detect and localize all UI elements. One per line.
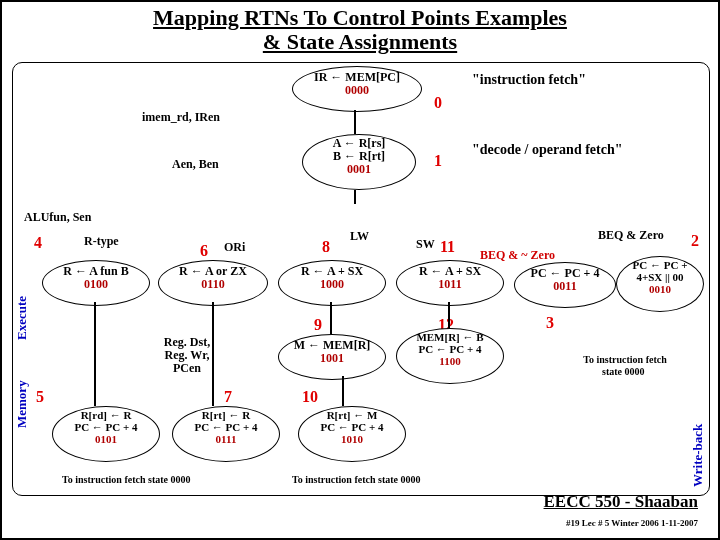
state-12: MEM[R] ← B PC ← PC + 4 1100 xyxy=(396,328,504,384)
s4-num: 4 xyxy=(34,234,42,252)
arrow-0-1 xyxy=(354,110,356,134)
branch-beqnzero: BEQ & ~ Zero xyxy=(480,248,555,263)
s1-l3: 0001 xyxy=(303,163,415,176)
state-10: R[rt] ← M PC ← PC + 4 1010 xyxy=(298,406,406,462)
s10-num: 10 xyxy=(302,388,318,406)
title-line1: Mapping RTNs To Control Points Examples xyxy=(153,5,567,30)
phase-writeback: Write-back xyxy=(690,397,706,487)
slide-title: Mapping RTNs To Control Points Examples … xyxy=(2,6,718,54)
s12-l3: 1100 xyxy=(397,355,503,367)
s7-l3: 0111 xyxy=(173,433,279,445)
s2-l3: 0010 xyxy=(617,283,703,295)
s2-l1: PC ← PC + xyxy=(617,259,703,271)
phase-decode: "decode / operand fetch" xyxy=(472,142,622,158)
s11-l2: 1011 xyxy=(397,278,503,291)
phase-memory: Memory xyxy=(14,352,30,428)
s3pc4-l2: 0011 xyxy=(515,280,615,293)
s5-l1: R[rd] ← R xyxy=(53,409,159,421)
phase-execute: Execute xyxy=(14,264,30,340)
state-1: A ← R[rs] B ← R[rt] 0001 xyxy=(302,134,416,190)
s11-num: 11 xyxy=(440,238,455,256)
footer-meta: #19 Lec # 5 Winter 2006 1-11-2007 xyxy=(566,518,698,528)
s12-l1: MEM[R] ← B xyxy=(397,331,503,343)
state-6: R ← A or ZX 0110 xyxy=(158,260,268,306)
phase-fetch: "instruction fetch" xyxy=(472,72,586,88)
s6-l2: 0110 xyxy=(159,278,267,291)
state-11: R ← A + SX 1011 xyxy=(396,260,504,306)
branch-rtype: R-type xyxy=(84,234,119,249)
slide-frame: Mapping RTNs To Control Points Examples … xyxy=(0,0,720,540)
arrow-9-10 xyxy=(342,376,344,406)
s5-num: 5 xyxy=(36,388,44,406)
s7-l1: R[rt] ← R xyxy=(173,409,279,421)
state-8: R ← A + SX 1000 xyxy=(278,260,386,306)
arrow-8-9 xyxy=(330,302,332,334)
tofetch-3b: state 0000 xyxy=(602,366,645,377)
state-7: R[rt] ← R PC ← PC + 4 0111 xyxy=(172,406,280,462)
s12-l2: PC ← PC + 4 xyxy=(397,343,503,355)
state-3pc4: PC ← PC + 4 0011 xyxy=(514,262,616,308)
s5-l2: PC ← PC + 4 xyxy=(53,421,159,433)
s6-num: 6 xyxy=(200,242,208,260)
s1-num: 1 xyxy=(434,152,442,170)
s0-l2: 0000 xyxy=(293,84,421,97)
sig-aen: Aen, Ben xyxy=(172,157,219,172)
tofetch-2: To instruction fetch state 0000 xyxy=(292,474,421,485)
footer-course: EECC 550 - Shaaban xyxy=(544,492,698,512)
title-line2: & State Assignments xyxy=(263,29,457,54)
state-5: R[rd] ← R PC ← PC + 4 0101 xyxy=(52,406,160,462)
s2-l2: 4+SX || 00 xyxy=(617,271,703,283)
arrow-4-5 xyxy=(94,302,96,406)
arrow-1-fanout xyxy=(354,190,356,204)
state-0: IR ← MEM[PC] 0000 xyxy=(292,66,422,112)
s9-l2: 1001 xyxy=(279,352,385,365)
branch-sw: SW xyxy=(416,237,435,252)
tofetch-1: To instruction fetch state 0000 xyxy=(62,474,191,485)
sig-alufun: ALUfun, Sen xyxy=(24,210,91,225)
state-2: PC ← PC + 4+SX || 00 0010 xyxy=(616,256,704,312)
s9-num: 9 xyxy=(314,316,322,334)
s2-num: 2 xyxy=(691,232,699,250)
state-9: M ← MEM[R] 1001 xyxy=(278,334,386,380)
s10-l3: 1010 xyxy=(299,433,405,445)
s3-num: 3 xyxy=(546,314,554,332)
branch-beqzero: BEQ & Zero xyxy=(598,228,664,243)
s10-l1: R[rt] ← M xyxy=(299,409,405,421)
branch-ori: ORi xyxy=(224,240,245,255)
arrow-6-7 xyxy=(212,302,214,406)
s0-num: 0 xyxy=(434,94,442,112)
sig-imem: imem_rd, IRen xyxy=(142,110,220,125)
s10-l2: PC ← PC + 4 xyxy=(299,421,405,433)
state-4: R ← A fun B 0100 xyxy=(42,260,150,306)
s8-num: 8 xyxy=(322,238,330,256)
s8-l2: 1000 xyxy=(279,278,385,291)
tofetch-3a: To instruction fetch xyxy=(570,354,680,365)
s4-l2: 0100 xyxy=(43,278,149,291)
s5-l3: 0101 xyxy=(53,433,159,445)
branch-lw: LW xyxy=(350,229,369,244)
arrow-11-12 xyxy=(448,302,450,328)
s7-num: 7 xyxy=(224,388,232,406)
s7-l2: PC ← PC + 4 xyxy=(173,421,279,433)
